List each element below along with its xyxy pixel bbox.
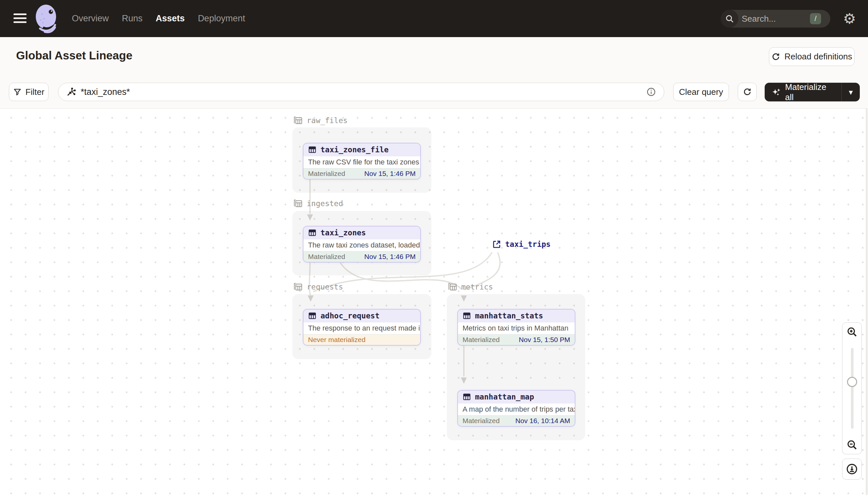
app-window: Overview Runs Assets Deployment / ⚙ Glob… bbox=[0, 0, 868, 495]
search-icon bbox=[721, 10, 739, 28]
group-label-raw-files[interactable]: raw_files bbox=[293, 115, 348, 126]
zoom-in-icon bbox=[846, 326, 857, 338]
asset-description: The raw taxi zones dataset, loaded int..… bbox=[303, 239, 420, 251]
table-icon bbox=[308, 311, 317, 320]
menu-icon[interactable] bbox=[14, 14, 26, 23]
funnel-icon bbox=[13, 88, 22, 96]
info-icon[interactable] bbox=[646, 87, 656, 97]
group-label-ingested[interactable]: ingested bbox=[293, 198, 343, 209]
download-icon bbox=[846, 463, 858, 475]
download-image-button[interactable] bbox=[842, 459, 862, 480]
zoom-slider[interactable] bbox=[842, 341, 862, 436]
nav-item-deployment[interactable]: Deployment bbox=[198, 14, 245, 24]
page-title: Global Asset Lineage bbox=[16, 49, 132, 62]
group-tables-icon bbox=[447, 282, 457, 292]
asset-name: taxi_zones bbox=[320, 228, 366, 237]
asset-name: taxi_zones_file bbox=[320, 146, 389, 154]
group-label-metrics[interactable]: metrics bbox=[447, 281, 493, 292]
lineage-toolbar: Filter Clear query bbox=[0, 75, 868, 109]
nav-item-overview[interactable]: Overview bbox=[72, 14, 109, 24]
search-bar[interactable]: / bbox=[721, 10, 830, 28]
zoom-in-button[interactable] bbox=[842, 322, 862, 341]
status-timestamp: Nov 15, 1:46 PM bbox=[365, 170, 415, 177]
asset-description: Metrics on taxi trips in Manhattan bbox=[458, 322, 575, 334]
lineage-edges bbox=[0, 109, 868, 495]
page-header: Global Asset Lineage Reload definitions bbox=[0, 37, 868, 75]
materialize-all-button[interactable]: Materialize all bbox=[765, 83, 842, 101]
asset-node-manhattan-map[interactable]: manhattan_map A map of the number of tri… bbox=[457, 390, 575, 427]
search-shortcut-key: / bbox=[810, 13, 821, 24]
clear-query-button[interactable]: Clear query bbox=[673, 83, 729, 101]
asset-selection-icon bbox=[66, 87, 76, 97]
vertical-scrollbar[interactable] bbox=[866, 109, 868, 495]
asset-selection-input[interactable] bbox=[58, 83, 664, 101]
sparkle-icon bbox=[772, 87, 781, 97]
status-label: Materialized bbox=[308, 253, 345, 261]
nav-item-assets[interactable]: Assets bbox=[156, 14, 185, 24]
zoom-slider-track[interactable] bbox=[851, 348, 854, 429]
settings-gear-icon[interactable]: ⚙ bbox=[843, 10, 856, 28]
nav-item-runs[interactable]: Runs bbox=[122, 14, 143, 24]
asset-description: A map of the number of trips per taxi z.… bbox=[458, 403, 575, 415]
primary-nav: Overview Runs Assets Deployment bbox=[72, 0, 245, 37]
lineage-canvas[interactable]: raw_files ingested requests metrics bbox=[0, 109, 868, 495]
table-icon bbox=[463, 311, 471, 320]
group-tables-icon bbox=[293, 282, 303, 292]
status-label: Materialized bbox=[463, 336, 500, 344]
status-timestamp: Nov 15, 1:50 PM bbox=[519, 336, 570, 344]
status-label: Never materialized bbox=[308, 336, 366, 344]
asset-status-row: Never materialized bbox=[303, 334, 420, 345]
asset-status-row: Materialized Nov 15, 1:50 PM bbox=[458, 334, 575, 345]
search-input[interactable] bbox=[742, 14, 804, 24]
group-tables-icon bbox=[293, 199, 303, 208]
filter-button[interactable]: Filter bbox=[9, 83, 49, 101]
status-label: Materialized bbox=[463, 417, 500, 425]
group-label-requests[interactable]: requests bbox=[293, 281, 343, 292]
materialize-all-split-button: Materialize all ▾ bbox=[765, 83, 860, 101]
asset-node-manhattan-stats[interactable]: manhattan_stats Metrics on taxi trips in… bbox=[457, 309, 575, 346]
zoom-out-icon bbox=[846, 439, 857, 450]
asset-query-field[interactable] bbox=[81, 87, 646, 97]
asset-status-row: Materialized Nov 15, 1:46 PM bbox=[303, 251, 420, 262]
top-nav: Overview Runs Assets Deployment / ⚙ bbox=[0, 0, 868, 37]
refresh-graph-button[interactable] bbox=[738, 83, 757, 101]
asset-description: The response to an request made in th... bbox=[303, 322, 420, 334]
status-label: Materialized bbox=[308, 170, 345, 177]
zoom-slider-thumb[interactable] bbox=[847, 377, 857, 387]
dagster-logo-icon[interactable] bbox=[35, 4, 58, 34]
asset-node-adhoc-request[interactable]: adhoc_request The response to an request… bbox=[303, 309, 421, 346]
asset-name: manhattan_map bbox=[475, 393, 534, 401]
external-asset-taxi-trips[interactable]: taxi_trips bbox=[492, 240, 550, 249]
asset-node-taxi-zones[interactable]: taxi_zones The raw taxi zones dataset, l… bbox=[303, 226, 421, 262]
materialize-caret-icon[interactable]: ▾ bbox=[842, 83, 860, 101]
refresh-icon bbox=[771, 52, 780, 62]
table-icon bbox=[308, 146, 317, 154]
status-timestamp: Nov 16, 10:14 AM bbox=[515, 417, 570, 425]
table-icon bbox=[463, 393, 471, 401]
refresh-icon bbox=[743, 87, 752, 97]
group-tables-icon bbox=[293, 116, 303, 125]
reload-definitions-button[interactable]: Reload definitions bbox=[769, 47, 854, 66]
asset-description: The raw CSV file for the taxi zones dat.… bbox=[303, 156, 420, 168]
zoom-out-button[interactable] bbox=[842, 436, 862, 454]
asset-status-row: Materialized Nov 16, 10:14 AM bbox=[458, 415, 575, 426]
asset-node-taxi-zones-file[interactable]: taxi_zones_file The raw CSV file for the… bbox=[303, 143, 421, 180]
asset-name: manhattan_stats bbox=[475, 311, 543, 320]
table-icon bbox=[308, 228, 317, 237]
asset-status-row: Materialized Nov 15, 1:46 PM bbox=[303, 168, 420, 179]
status-timestamp: Nov 15, 1:46 PM bbox=[365, 253, 415, 261]
asset-name: adhoc_request bbox=[320, 311, 379, 320]
external-link-icon bbox=[492, 240, 501, 249]
